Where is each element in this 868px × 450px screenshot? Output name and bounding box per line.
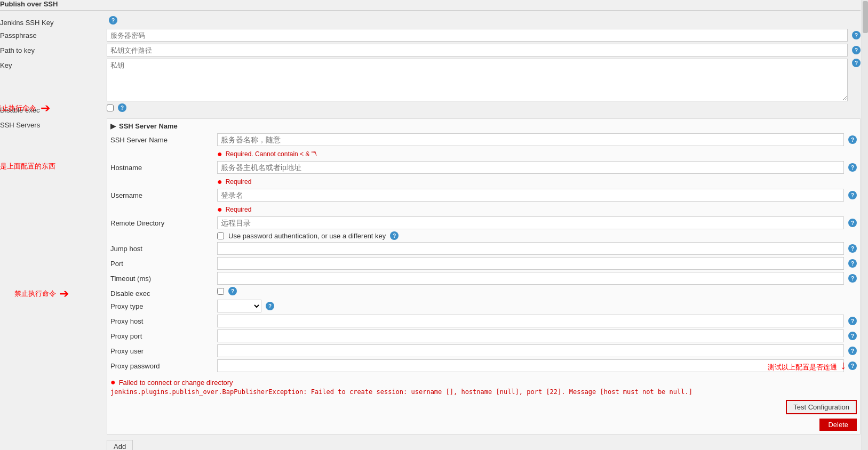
port-row: Port 22 ? bbox=[110, 257, 857, 270]
jump-host-label: Jump host bbox=[110, 242, 217, 253]
disable-exec-server-row: 禁止执行命令 ➔ Disable exec ? bbox=[110, 287, 857, 298]
hostname-label: Hostname bbox=[110, 161, 217, 172]
username-form-row: Username ? ● Required bbox=[110, 189, 857, 214]
publish-over-ssh-title: Publish over SSH bbox=[0, 0, 861, 11]
jump-host-row: Jump host ? bbox=[110, 242, 857, 255]
remote-dir-form-row: Remote Directory ? bbox=[110, 216, 857, 229]
remote-dir-input[interactable] bbox=[217, 216, 844, 229]
disable-exec-annotation-top: 禁止执行命令 ➔ bbox=[0, 101, 50, 115]
disable-exec-server-checkbox[interactable] bbox=[217, 288, 224, 295]
proxy-host-row: Proxy host ? bbox=[110, 315, 857, 327]
disable-exec-top-row: 禁止执行命令 ➔ Disable exec ? bbox=[0, 103, 861, 114]
failed-message: ● Failed to connect or change directory bbox=[110, 377, 857, 387]
jenkins-ssh-key-row: Jenkins SSH Key ? bbox=[0, 16, 861, 27]
proxy-type-label: Proxy type bbox=[110, 300, 217, 310]
server-name-input[interactable] bbox=[217, 133, 844, 146]
ssh-servers-label: SSH Servers bbox=[0, 118, 107, 129]
disable-exec-server-annotation: 禁止执行命令 ➔ bbox=[14, 287, 69, 301]
hostname-input[interactable] bbox=[217, 161, 844, 174]
delete-button[interactable]: Delete bbox=[819, 419, 857, 431]
port-input[interactable]: 22 bbox=[217, 257, 844, 270]
passphrase-input[interactable] bbox=[107, 29, 848, 42]
proxy-user-help[interactable]: ? bbox=[848, 347, 857, 355]
timeout-input[interactable]: 300000 bbox=[217, 272, 844, 285]
use-password-auth-text: Use password authentication, or use a di… bbox=[228, 232, 386, 240]
server-name-error: ● Required. Cannot contain < & '"\ bbox=[217, 149, 317, 159]
use-password-auth-label bbox=[110, 231, 217, 234]
disable-exec-help[interactable]: ? bbox=[118, 103, 126, 112]
hostname-form-row: Hostname ? ● Required bbox=[110, 161, 857, 187]
key-label: Key bbox=[0, 59, 107, 69]
proxy-port-help[interactable]: ? bbox=[848, 332, 857, 340]
passphrase-row: Passphrase ? bbox=[0, 29, 861, 42]
path-to-key-input[interactable] bbox=[107, 44, 848, 57]
proxy-type-help[interactable]: ? bbox=[266, 302, 274, 310]
port-help[interactable]: ? bbox=[848, 259, 857, 268]
remote-dir-help[interactable]: ? bbox=[848, 219, 857, 227]
server-name-help[interactable]: ? bbox=[848, 135, 857, 144]
server-name-label: SSH Server Name bbox=[110, 133, 217, 144]
ssh-servers-row: SSH Servers 展开就是上面配置的东西 ▶ SSH Server Nam… bbox=[0, 118, 861, 435]
use-password-auth-row: Use password authentication, or use a di… bbox=[110, 231, 857, 240]
use-password-auth-checkbox[interactable] bbox=[217, 232, 224, 239]
proxy-user-input[interactable] bbox=[217, 344, 844, 357]
proxy-host-label: Proxy host bbox=[110, 315, 217, 325]
disable-exec-server-help[interactable]: ? bbox=[228, 287, 237, 295]
jenkins-ssh-key-label: Jenkins SSH Key bbox=[0, 16, 107, 27]
path-to-key-help[interactable]: ? bbox=[852, 46, 861, 54]
disable-exec-checkbox[interactable] bbox=[107, 105, 114, 111]
path-to-key-label: Path to key bbox=[0, 44, 107, 54]
key-row: Key ? bbox=[0, 59, 861, 101]
proxy-host-help[interactable]: ? bbox=[848, 317, 857, 325]
hostname-error: ● Required bbox=[217, 177, 251, 187]
proxy-port-label: Proxy port bbox=[110, 330, 217, 340]
test-config-annotation: 测试以上配置是否连通 ↓ bbox=[768, 358, 846, 372]
server-name-form-row: SSH Server Name ? ● Required. Cannot con… bbox=[110, 133, 857, 159]
disable-exec-server-label: Disable exec bbox=[110, 287, 217, 298]
jump-host-help[interactable]: ? bbox=[848, 244, 857, 253]
proxy-type-select[interactable]: HTTP SOCKS4 SOCKS5 bbox=[217, 300, 261, 312]
proxy-password-row: Proxy password ? bbox=[110, 359, 857, 372]
key-textarea[interactable] bbox=[107, 59, 848, 101]
timeout-row: Timeout (ms) 300000 ? bbox=[110, 272, 857, 285]
proxy-type-row: Proxy type HTTP SOCKS4 SOCKS5 ? bbox=[110, 300, 857, 312]
add-button[interactable]: Add bbox=[107, 440, 133, 450]
passphrase-label: Passphrase bbox=[0, 29, 107, 39]
username-error: ● Required bbox=[217, 205, 251, 214]
proxy-user-label: Proxy user bbox=[110, 344, 217, 355]
scrollbar[interactable] bbox=[862, 0, 868, 450]
proxy-port-input[interactable] bbox=[217, 330, 844, 342]
use-password-auth-help[interactable]: ? bbox=[390, 231, 399, 240]
ssh-server-header: ▶ SSH Server Name bbox=[110, 122, 857, 130]
hostname-help[interactable]: ? bbox=[848, 163, 857, 172]
proxy-host-input[interactable] bbox=[217, 315, 844, 327]
path-to-key-row: Path to key ? bbox=[0, 44, 861, 57]
timeout-help[interactable]: ? bbox=[848, 274, 857, 283]
test-configuration-button[interactable]: Test Configuration bbox=[786, 400, 857, 414]
username-help[interactable]: ? bbox=[848, 191, 857, 199]
username-input[interactable] bbox=[217, 189, 844, 202]
passphrase-help[interactable]: ? bbox=[852, 31, 861, 39]
proxy-password-help[interactable]: ? bbox=[848, 361, 857, 370]
proxy-password-input[interactable] bbox=[217, 359, 844, 372]
key-help[interactable]: ? bbox=[852, 59, 861, 67]
proxy-port-row: Proxy port ? bbox=[110, 330, 857, 342]
proxy-password-label: Proxy password bbox=[110, 359, 217, 370]
username-label: Username bbox=[110, 189, 217, 199]
open-thing-annotation: 展开就是上面配置的东西 bbox=[0, 162, 55, 171]
jump-host-input[interactable] bbox=[217, 242, 844, 255]
remote-dir-label: Remote Directory bbox=[110, 216, 217, 227]
exception-message: jenkins.plugins.publish_over.BapPublishe… bbox=[110, 388, 857, 396]
port-label: Port bbox=[110, 257, 217, 268]
proxy-user-row: Proxy user ? bbox=[110, 344, 857, 357]
timeout-label: Timeout (ms) bbox=[110, 272, 217, 283]
jenkins-ssh-key-help[interactable]: ? bbox=[109, 16, 117, 25]
